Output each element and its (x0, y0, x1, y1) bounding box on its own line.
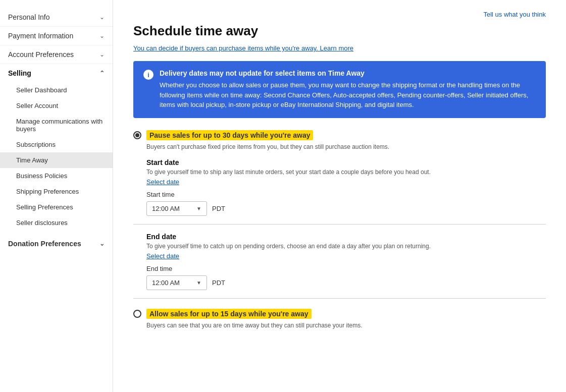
option1-desc: Buyers can't purchase fixed price items … (146, 143, 546, 150)
end-date-section: End date To give yourself time to catch … (146, 233, 546, 290)
sidebar-item-donation-prefs[interactable]: Donation Preferences ⌄ (0, 235, 113, 253)
sidebar-item-seller-disclosures[interactable]: Seller disclosures (0, 215, 113, 231)
info-icon: i (143, 70, 153, 80)
sidebar-item-business-policies[interactable]: Business Policies (0, 168, 113, 184)
chevron-up-icon: ⌃ (99, 70, 105, 77)
end-time-label: End time (146, 265, 546, 272)
sidebar-item-selling-prefs[interactable]: Selling Preferences (0, 199, 113, 215)
option1-label-row: Pause sales for up to 30 days while you'… (133, 130, 546, 140)
divider2 (133, 298, 546, 299)
chevron-down-icon: ⌄ (99, 51, 105, 58)
main-content: Tell us what you think Schedule time awa… (113, 0, 566, 392)
chevron-down-icon: ▼ (196, 280, 201, 286)
page-title: Schedule time away (133, 23, 546, 39)
start-date-select[interactable]: Select date (146, 178, 179, 186)
sidebar-item-seller-dashboard[interactable]: Seller Dashboard (0, 82, 113, 98)
sidebar-item-time-away[interactable]: Time Away (0, 152, 113, 168)
chevron-down-icon: ⌄ (99, 14, 105, 21)
option2-label-row: Allow sales for up to 15 days while you'… (133, 309, 546, 319)
start-time-value: 12:00 AM (152, 205, 193, 212)
selling-submenu: Seller Dashboard Seller Account Manage c… (0, 82, 113, 235)
start-time-row: 12:00 AM ▼ PDT (146, 201, 546, 216)
sidebar-item-shipping-prefs[interactable]: Shipping Preferences (0, 184, 113, 199)
option2-desc: Buyers can see that you are on time away… (146, 322, 546, 329)
sidebar-item-account-prefs[interactable]: Account Preferences ⌄ (0, 45, 113, 64)
end-date-desc: To give yourself time to catch up on pen… (146, 243, 546, 250)
end-time-row: 12:00 AM ▼ PDT (146, 275, 546, 290)
sidebar-item-selling[interactable]: Selling ⌃ (0, 64, 113, 82)
banner-text: Whether you choose to allow sales or pau… (160, 80, 536, 110)
sidebar-item-seller-account[interactable]: Seller Account (0, 98, 113, 114)
option2-radio[interactable] (133, 310, 141, 318)
start-time-select[interactable]: 12:00 AM ▼ (146, 201, 207, 216)
tell-us-link[interactable]: Tell us what you think (483, 11, 546, 18)
end-date-select[interactable]: Select date (146, 252, 179, 260)
start-date-desc: To give yourself time to ship any last m… (146, 169, 546, 176)
sidebar-item-personal-info[interactable]: Personal Info ⌄ (0, 8, 113, 27)
chevron-down-icon: ▼ (196, 206, 201, 211)
start-date-section: Start date To give yourself time to ship… (146, 158, 546, 216)
banner-title: Delivery dates may not update for select… (160, 69, 536, 77)
sidebar-item-subscriptions[interactable]: Subscriptions (0, 137, 113, 152)
option1-radio[interactable] (133, 131, 141, 139)
option1-label[interactable]: Pause sales for up to 30 days while you'… (146, 130, 313, 140)
option2-block: Allow sales for up to 15 days while you'… (133, 309, 546, 329)
banner-body: Delivery dates may not update for select… (160, 69, 536, 110)
tell-us-link-container: Tell us what you think (133, 10, 546, 18)
sidebar: Personal Info ⌄ Payment Information ⌄ Ac… (0, 0, 113, 392)
option1-block: Pause sales for up to 30 days while you'… (133, 130, 546, 299)
end-time-value: 12:00 AM (152, 279, 193, 287)
option2-label[interactable]: Allow sales for up to 15 days while you'… (146, 309, 312, 319)
info-banner: i Delivery dates may not update for sele… (133, 61, 546, 118)
start-date-title: Start date (146, 158, 546, 166)
chevron-down-icon: ⌄ (99, 240, 105, 247)
end-date-title: End date (146, 233, 546, 241)
sidebar-item-payment-info[interactable]: Payment Information ⌄ (0, 27, 113, 45)
end-time-select[interactable]: 12:00 AM ▼ (146, 275, 207, 290)
chevron-down-icon: ⌄ (99, 32, 105, 39)
start-timezone: PDT (212, 205, 225, 212)
end-timezone: PDT (212, 279, 225, 287)
subtitle-link[interactable]: You can decide if buyers can purchase it… (133, 44, 353, 52)
sidebar-item-manage-comms[interactable]: Manage communications with buyers (0, 114, 113, 137)
start-time-label: Start time (146, 191, 546, 198)
divider1 (133, 224, 546, 225)
